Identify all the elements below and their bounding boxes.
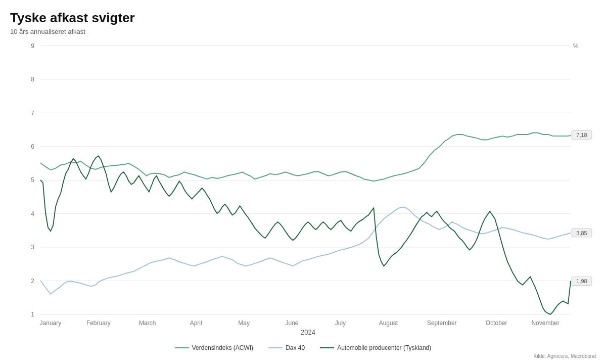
svg-text:August: August	[379, 320, 398, 327]
legend-acwi-line	[175, 347, 189, 348]
svg-text:4: 4	[31, 210, 34, 217]
svg-text:2: 2	[31, 277, 34, 284]
page-container: Tyske afkast svigter 10 års annualiseret…	[0, 0, 606, 364]
svg-text:%: %	[573, 42, 579, 50]
chart-svg: 9 8 7 6 5 4 3 2 1 % January February Mar…	[10, 40, 596, 341]
svg-text:September: September	[427, 320, 457, 327]
chart-area: 9 8 7 6 5 4 3 2 1 % January February Mar…	[10, 40, 596, 341]
chart-subtitle: 10 års annualiseret afkast	[10, 28, 596, 35]
legend-auto-label: Automobile producenter (Tyskland)	[337, 344, 431, 351]
svg-text:May: May	[238, 320, 250, 327]
legend-dax: Dax 40	[268, 344, 305, 351]
svg-text:July: July	[335, 320, 346, 327]
legend-auto: Automobile producenter (Tyskland)	[320, 344, 431, 351]
legend-dax-label: Dax 40	[286, 344, 305, 351]
svg-text:6: 6	[31, 143, 34, 150]
svg-text:April: April	[190, 320, 202, 327]
chart-title: Tyske afkast svigter	[10, 10, 596, 26]
svg-text:9: 9	[31, 42, 34, 50]
chart-legend: Verdensindeks (ACWI) Dax 40 Automobile p…	[10, 344, 596, 351]
svg-text:November: November	[531, 320, 559, 327]
svg-text:June: June	[286, 320, 299, 327]
svg-text:February: February	[86, 320, 111, 327]
svg-text:January: January	[40, 320, 62, 327]
svg-text:2024: 2024	[301, 329, 315, 336]
legend-acwi: Verdensindeks (ACWI)	[175, 344, 253, 351]
auto-line	[40, 156, 571, 314]
source-label: Kilde: Agrocura, Macrobond	[10, 353, 596, 359]
legend-dax-line	[268, 347, 283, 348]
svg-text:3: 3	[31, 244, 34, 251]
svg-text:7: 7	[31, 109, 34, 116]
svg-text:October: October	[486, 320, 507, 327]
svg-text:March: March	[139, 320, 156, 327]
legend-acwi-label: Verdensindeks (ACWI)	[192, 344, 253, 351]
svg-text:3,85: 3,85	[576, 230, 587, 236]
svg-text:5: 5	[31, 176, 34, 184]
svg-text:1,98: 1,98	[576, 278, 587, 284]
acwi-line	[40, 133, 571, 181]
svg-text:7,18: 7,18	[576, 132, 587, 138]
legend-auto-line	[320, 347, 334, 348]
svg-text:1: 1	[31, 311, 34, 318]
svg-text:8: 8	[31, 76, 34, 83]
